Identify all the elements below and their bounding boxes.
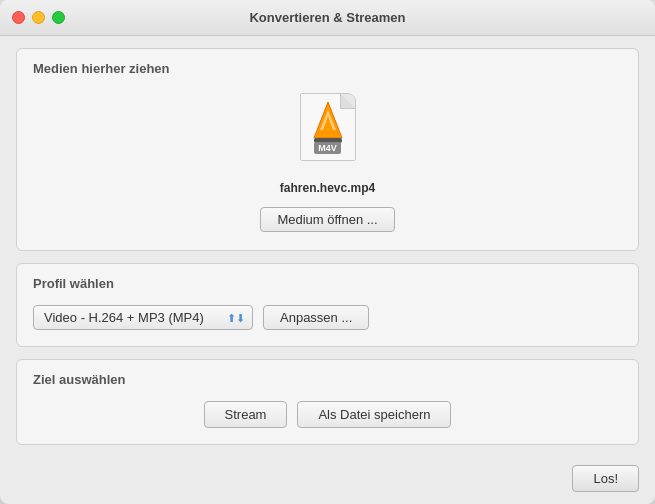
close-button[interactable] — [12, 11, 25, 24]
los-button[interactable]: Los! — [572, 465, 639, 492]
traffic-lights — [12, 11, 65, 24]
window-title: Konvertieren & Streamen — [249, 10, 405, 25]
file-name: fahren.hevc.mp4 — [280, 181, 375, 195]
file-icon: M4V — [296, 93, 360, 173]
vlc-cone-icon — [310, 100, 346, 144]
minimize-button[interactable] — [32, 11, 45, 24]
content-area: Medien hierher ziehen — [0, 36, 655, 457]
profile-section-label: Profil wählen — [33, 276, 622, 291]
save-as-file-button[interactable]: Als Datei speichern — [297, 401, 451, 428]
media-section: Medien hierher ziehen — [16, 48, 639, 251]
media-section-label: Medien hierher ziehen — [33, 61, 622, 76]
profile-select[interactable]: Video - H.264 + MP3 (MP4) Video - H.265 … — [33, 305, 253, 330]
file-paper: M4V — [300, 93, 356, 161]
target-buttons: Stream Als Datei speichern — [33, 397, 622, 432]
profile-section: Profil wählen Video - H.264 + MP3 (MP4) … — [16, 263, 639, 347]
media-drop-area[interactable]: M4V fahren.hevc.mp4 Medium öffnen ... — [33, 86, 622, 238]
adjust-button[interactable]: Anpassen ... — [263, 305, 369, 330]
stream-button[interactable]: Stream — [204, 401, 288, 428]
main-window: Konvertieren & Streamen Medien hierher z… — [0, 0, 655, 504]
title-bar: Konvertieren & Streamen — [0, 0, 655, 36]
profile-select-wrapper: Video - H.264 + MP3 (MP4) Video - H.265 … — [33, 305, 253, 330]
maximize-button[interactable] — [52, 11, 65, 24]
bottom-bar: Los! — [0, 457, 655, 504]
target-section-label: Ziel auswählen — [33, 372, 622, 387]
profile-row: Video - H.264 + MP3 (MP4) Video - H.265 … — [33, 301, 622, 334]
open-medium-button[interactable]: Medium öffnen ... — [260, 207, 394, 232]
file-badge: M4V — [314, 142, 341, 154]
target-section: Ziel auswählen Stream Als Datei speicher… — [16, 359, 639, 445]
